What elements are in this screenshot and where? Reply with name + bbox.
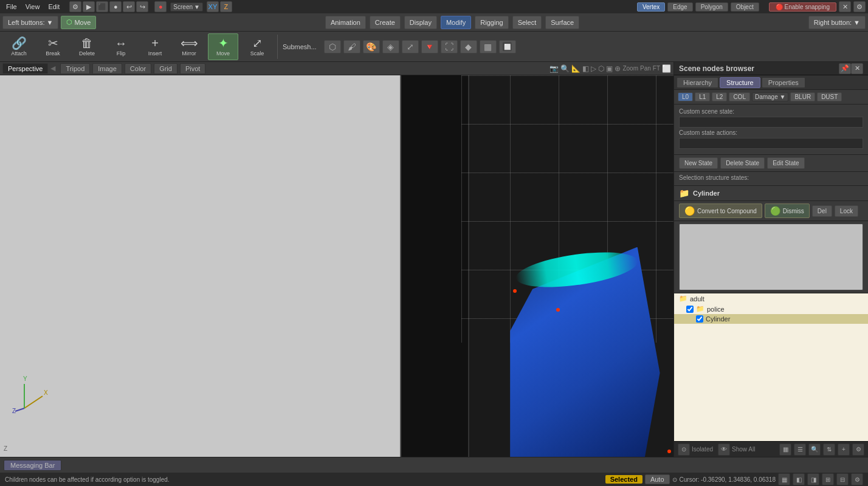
vp-ctrl-5[interactable]: ▷ bbox=[591, 64, 596, 73]
tab-display[interactable]: Display bbox=[404, 16, 437, 29]
submesh-icon-5[interactable]: ⤢ bbox=[402, 40, 419, 53]
viewport-tab-perspective[interactable]: Perspective bbox=[2, 63, 48, 74]
toolbar-z[interactable]: Z bbox=[220, 1, 232, 12]
new-state-button[interactable]: New State bbox=[679, 157, 718, 169]
submesh-icon-6[interactable]: 🔻 bbox=[421, 40, 438, 53]
messaging-bar-tab[interactable]: Messaging Bar bbox=[4, 460, 61, 471]
toolbar-icon-6[interactable]: ↪ bbox=[136, 1, 148, 12]
menu-view[interactable]: View bbox=[22, 2, 44, 12]
panel-close[interactable]: ✕ bbox=[851, 63, 863, 74]
lod-l1[interactable]: L1 bbox=[695, 92, 710, 101]
toolbar-icon-5[interactable]: ↩ bbox=[123, 1, 135, 12]
panel-icon-filter[interactable]: 🔍 bbox=[808, 443, 821, 456]
viewport-tab-pivot[interactable]: Pivot bbox=[180, 63, 205, 74]
tab-surface[interactable]: Surface bbox=[545, 16, 579, 29]
toolbar-xy[interactable]: XY bbox=[207, 1, 219, 12]
toolbar-icon-7[interactable]: ● bbox=[154, 1, 167, 12]
vp-ctrl-8[interactable]: ⊕ bbox=[615, 64, 621, 73]
viewport-tab-grid[interactable]: Grid bbox=[154, 63, 177, 74]
panel-pin[interactable]: 📌 bbox=[839, 63, 851, 74]
menu-edit[interactable]: Edit bbox=[44, 2, 63, 12]
screen-dropdown[interactable]: Screen▼ bbox=[170, 2, 203, 12]
vp-ctrl-expand[interactable]: ⬜ bbox=[662, 64, 671, 73]
panel-icon-add[interactable]: + bbox=[838, 443, 850, 456]
delete-button[interactable]: 🗑 Delete bbox=[72, 33, 102, 60]
submesh-icon-10[interactable]: 🔲 bbox=[499, 40, 516, 53]
panel-tab-hierarchy[interactable]: Hierarchy bbox=[677, 77, 718, 88]
viewport-left[interactable]: X Y Z Z bbox=[0, 75, 401, 457]
tree-item-adult[interactable]: 📁 adult bbox=[674, 293, 868, 304]
mode-polygon[interactable]: Polygon bbox=[695, 2, 728, 12]
vp-ctrl-2[interactable]: 🔍 bbox=[560, 64, 570, 73]
vp-ctrl-1[interactable]: 📷 bbox=[549, 64, 559, 73]
viewport-right[interactable] bbox=[401, 75, 673, 457]
convert-compound-button[interactable]: 🟡 Convert to Compound bbox=[679, 204, 762, 218]
status-icon-4[interactable]: ⊞ bbox=[822, 473, 834, 485]
menu-file[interactable]: File bbox=[2, 2, 21, 12]
vp-ctrl-3[interactable]: 📐 bbox=[571, 64, 580, 73]
mirror-button[interactable]: ⟺ Mirror bbox=[174, 33, 204, 60]
viewport-tab-color[interactable]: Color bbox=[125, 63, 151, 74]
tree-item-police[interactable]: 📁 police bbox=[674, 304, 868, 314]
move-icon-button[interactable]: ✦ Move bbox=[208, 33, 238, 60]
mode-vertex[interactable]: Vertex bbox=[637, 2, 665, 12]
panel-tab-properties[interactable]: Properties bbox=[762, 77, 805, 88]
delete-state-button[interactable]: Delete State bbox=[720, 157, 765, 169]
custom-state-actions-input[interactable] bbox=[679, 138, 863, 149]
panel-icon-grid[interactable]: ▦ bbox=[779, 443, 791, 456]
viewport-tab-image[interactable]: Image bbox=[92, 63, 122, 74]
panel-icon-sort[interactable]: ⇅ bbox=[823, 443, 835, 456]
vp-ctrl-4[interactable]: ◧ bbox=[582, 64, 589, 73]
blur-button[interactable]: BLUR bbox=[790, 92, 815, 101]
tab-rigging[interactable]: Rigging bbox=[475, 16, 508, 29]
flip-button[interactable]: ↔ Flip bbox=[106, 33, 136, 60]
vp-ctrl-6[interactable]: ⬡ bbox=[598, 64, 604, 73]
move-button[interactable]: ⬡ Move bbox=[61, 16, 96, 29]
edit-state-button[interactable]: Edit State bbox=[767, 157, 804, 169]
submesh-icon-3[interactable]: 🎨 bbox=[363, 40, 380, 53]
panel-icon-show-all[interactable]: 👁 bbox=[718, 443, 730, 456]
tree-checkbox-cylinder[interactable] bbox=[696, 315, 703, 323]
panel-tab-structure[interactable]: Structure bbox=[720, 77, 760, 88]
tab-animation[interactable]: Animation bbox=[325, 16, 366, 29]
submesh-icon-8[interactable]: ◆ bbox=[460, 40, 477, 53]
lock-button[interactable]: Lock bbox=[835, 205, 858, 217]
status-icon-2[interactable]: ◧ bbox=[793, 473, 805, 485]
submesh-icon-9[interactable]: ▦ bbox=[480, 40, 497, 53]
toolbar-icon-1[interactable]: ⚙ bbox=[69, 1, 81, 12]
toolbar-icon-3[interactable]: ⬛ bbox=[96, 1, 108, 12]
status-icon-1[interactable]: ▦ bbox=[778, 473, 790, 485]
tree-item-cylinder[interactable]: Cylinder bbox=[674, 314, 868, 324]
tab-modify[interactable]: Modify bbox=[441, 16, 471, 29]
attach-button[interactable]: 🔗 Attach bbox=[4, 33, 34, 60]
status-icon-6[interactable]: ⚙ bbox=[851, 473, 863, 485]
status-icon-3[interactable]: ◨ bbox=[807, 473, 819, 485]
submesh-icon-4[interactable]: ◈ bbox=[382, 40, 399, 53]
status-icon-5[interactable]: ⊟ bbox=[836, 473, 849, 485]
left-buttons-dropdown[interactable]: Left buttons: ▼ bbox=[2, 16, 58, 29]
toolbar-icon-4[interactable]: ● bbox=[109, 1, 122, 12]
dismiss-button[interactable]: 🟢 Dismiss bbox=[765, 204, 810, 218]
auto-badge[interactable]: Auto bbox=[645, 474, 670, 484]
mode-object[interactable]: Object bbox=[731, 2, 759, 12]
submesh-icon-7[interactable]: ⛶ bbox=[441, 40, 458, 53]
dust-button[interactable]: DUST bbox=[817, 92, 842, 101]
vp-ctrl-7[interactable]: ▣ bbox=[606, 64, 613, 73]
lod-l0[interactable]: L0 bbox=[678, 92, 693, 101]
mode-edge[interactable]: Edge bbox=[667, 2, 692, 12]
panel-icon-isolated[interactable]: ⊙ bbox=[678, 443, 690, 456]
lod-col[interactable]: COL bbox=[729, 92, 750, 101]
del-button[interactable]: Del bbox=[812, 205, 832, 217]
tree-checkbox-police[interactable] bbox=[686, 306, 694, 313]
submesh-icon-1[interactable]: ⬡ bbox=[324, 40, 341, 53]
submesh-icon-2[interactable]: 🖌 bbox=[343, 40, 360, 53]
scale-button[interactable]: ⤢ Scale bbox=[242, 33, 272, 60]
snap-button[interactable]: 🔴 Enable snapping bbox=[769, 2, 836, 12]
viewport-tab-tripod[interactable]: Tripod bbox=[60, 63, 90, 74]
panel-icon-settings[interactable]: ⚙ bbox=[852, 443, 864, 456]
custom-scene-state-input[interactable] bbox=[679, 117, 863, 128]
lod-l2[interactable]: L2 bbox=[712, 92, 727, 101]
tab-create[interactable]: Create bbox=[370, 16, 401, 29]
panel-icon-list[interactable]: ☰ bbox=[794, 443, 806, 456]
snap-icon-2[interactable]: ⚙ bbox=[853, 1, 866, 12]
